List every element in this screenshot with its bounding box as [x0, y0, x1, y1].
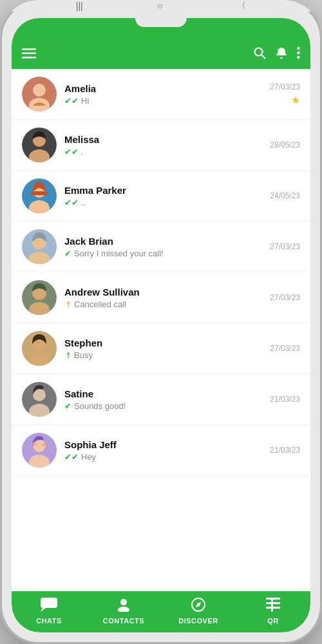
chat-item[interactable]: Andrew Sullivan ↗ Cancelled call 27/03/2… — [12, 272, 310, 323]
chat-preview: ✔ Sorry I missed your call! — [64, 249, 262, 258]
phone-screen: Amelia ✔✔ Hi 27/03/23 ★ Melissa ✔✔ . — [12, 18, 310, 632]
chat-name: Emma Parker — [64, 185, 262, 196]
search-icon[interactable] — [253, 46, 266, 62]
svg-rect-0 — [22, 48, 36, 50]
home-bar-right: 〈 — [237, 0, 246, 12]
chat-list: Amelia ✔✔ Hi 27/03/23 ★ Melissa ✔✔ . — [12, 69, 310, 591]
svg-point-39 — [120, 599, 127, 605]
notch-bar — [12, 18, 310, 41]
avatar — [22, 229, 57, 264]
chat-preview: ↗ Cancelled call — [64, 299, 262, 309]
home-bar: ||| ○ 〈 — [0, 0, 322, 12]
chat-name: Satine — [64, 388, 262, 399]
phone-frame: Amelia ✔✔ Hi 27/03/23 ★ Melissa ✔✔ . — [0, 0, 322, 644]
preview-text: Cancelled call — [74, 299, 126, 309]
nav-item-chats[interactable]: CHATS — [12, 595, 86, 627]
double-check-icon: ✔✔ — [64, 198, 79, 207]
qr-icon — [266, 598, 280, 614]
chat-meta: 27/03/23 — [270, 242, 300, 251]
svg-rect-46 — [271, 598, 273, 612]
preview-text: Sorry I missed your call! — [74, 249, 164, 258]
preview-text: Sounds good! — [74, 401, 126, 411]
chat-preview: ✔ Sounds good! — [64, 401, 262, 411]
chat-info: Satine ✔ Sounds good! — [64, 388, 262, 411]
menu-icon[interactable] — [22, 47, 36, 62]
svg-rect-2 — [22, 57, 36, 59]
double-check-icon: ✔✔ — [64, 452, 79, 462]
chat-item[interactable]: Amelia ✔✔ Hi 27/03/23 ★ — [12, 69, 310, 120]
chat-date: 27/03/23 — [270, 344, 300, 353]
chat-date: 27/03/23 — [270, 293, 300, 302]
chats-icon — [41, 598, 57, 614]
svg-point-8 — [297, 56, 299, 59]
chat-name: Jack Brian — [64, 236, 262, 247]
chat-info: Andrew Sullivan ↗ Cancelled call — [64, 287, 262, 309]
avatar — [22, 128, 57, 162]
chat-item[interactable]: Stephen ↗ Busy 27/03/23 — [12, 323, 310, 374]
chat-meta: 27/03/23 — [270, 293, 300, 302]
avatar — [22, 77, 57, 111]
chat-date: 21/03/23 — [270, 446, 300, 455]
svg-point-40 — [118, 607, 129, 612]
preview-text: Hey — [81, 452, 96, 462]
chat-item[interactable]: Jack Brian ✔ Sorry I missed your call! 2… — [12, 222, 310, 272]
chat-info: Melissa ✔✔ . — [64, 134, 262, 156]
chat-date: 27/03/23 — [270, 242, 300, 251]
svg-point-36 — [42, 442, 46, 446]
svg-line-4 — [262, 55, 266, 59]
nav-item-qr[interactable]: QR — [236, 595, 310, 627]
chat-info: Jack Brian ✔ Sorry I missed your call! — [64, 236, 262, 258]
header-icons — [253, 46, 300, 62]
bottom-nav: CHATS CONTACTS DISCOVER QR — [12, 591, 310, 632]
nav-item-discover[interactable]: DISCOVER — [161, 595, 236, 627]
chat-preview: ✔✔ Hey — [64, 452, 262, 462]
avatar — [22, 178, 57, 213]
chat-item[interactable]: Melissa ✔✔ . 28/05/23 — [12, 120, 310, 171]
preview-text: .. — [81, 198, 86, 207]
home-bar-left: ||| — [76, 1, 83, 11]
chat-name: Melissa — [64, 134, 262, 145]
chats-label: CHATS — [36, 617, 62, 625]
svg-point-5 — [280, 57, 283, 59]
svg-marker-42 — [196, 602, 201, 607]
more-icon[interactable] — [297, 46, 300, 62]
chat-item[interactable]: Satine ✔ Sounds good! 21/03/23 — [12, 374, 310, 425]
svg-point-6 — [297, 47, 299, 50]
double-check-icon: ✔✔ — [64, 96, 79, 106]
chat-item[interactable]: Sophia Jeff ✔✔ Hey 21/03/23 — [12, 425, 310, 476]
svg-point-35 — [33, 442, 37, 446]
avatar — [22, 331, 57, 366]
chat-meta: 27/03/23 ★ — [270, 82, 300, 106]
chat-meta: 21/03/23 — [270, 446, 300, 455]
notch — [135, 18, 187, 27]
chat-name: Sophia Jeff — [64, 439, 262, 450]
avatar — [22, 280, 57, 315]
chat-info: Sophia Jeff ✔✔ Hey — [64, 439, 262, 462]
chat-preview: ✔✔ . — [64, 147, 262, 156]
chat-date: 21/03/23 — [270, 395, 300, 404]
svg-point-11 — [33, 84, 46, 97]
chat-date: 27/03/23 — [270, 82, 300, 91]
preview-text: . — [81, 147, 84, 156]
bell-icon[interactable] — [275, 46, 288, 62]
discover-label: DISCOVER — [178, 617, 218, 625]
chat-item[interactable]: Emma Parker ✔✔ .. 24/05/23 — [12, 171, 310, 222]
star-icon: ★ — [291, 94, 300, 106]
preview-text: Busy — [74, 350, 93, 360]
call-missed-icon: ↗ — [64, 350, 74, 360]
qr-label: QR — [267, 617, 279, 625]
svg-rect-37 — [41, 598, 57, 608]
svg-rect-1 — [22, 53, 36, 55]
chat-meta: 21/03/23 — [270, 395, 300, 404]
contacts-label: CONTACTS — [103, 617, 144, 625]
nav-item-contacts[interactable]: CONTACTS — [86, 595, 161, 627]
chat-date: 24/05/23 — [270, 191, 300, 200]
chat-name: Amelia — [64, 83, 262, 94]
avatar — [22, 433, 57, 468]
chat-info: Emma Parker ✔✔ .. — [64, 185, 262, 207]
check-icon: ✔ — [64, 249, 71, 258]
chat-preview: ✔✔ .. — [64, 198, 262, 207]
chat-meta: 28/05/23 — [270, 140, 300, 149]
chat-date: 28/05/23 — [270, 140, 300, 149]
chat-meta: 27/03/23 — [270, 344, 300, 353]
